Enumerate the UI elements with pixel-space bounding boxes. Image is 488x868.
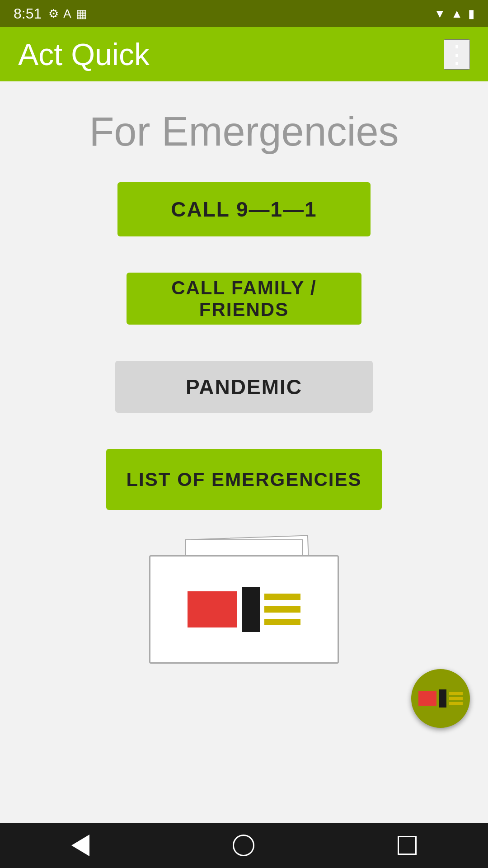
back-icon bbox=[71, 835, 89, 856]
fab-black bbox=[439, 689, 446, 708]
sim-icon: ▦ bbox=[76, 7, 87, 21]
app-bar: Act Quick ⋮ bbox=[0, 27, 488, 81]
nav-home-button[interactable] bbox=[233, 835, 254, 856]
nav-recents-button[interactable] bbox=[398, 836, 417, 855]
fab-button[interactable] bbox=[411, 669, 470, 728]
call-911-button[interactable]: CALL 9—1—1 bbox=[117, 182, 371, 236]
status-left: 8:51 ⚙ A ▦ bbox=[14, 5, 87, 22]
status-time: 8:51 bbox=[14, 5, 42, 22]
font-icon: A bbox=[63, 7, 71, 21]
recents-icon bbox=[398, 836, 417, 855]
fab-red bbox=[418, 691, 436, 706]
home-icon bbox=[233, 835, 254, 856]
fab-lines bbox=[449, 692, 463, 705]
kit-line-1 bbox=[264, 594, 300, 600]
nav-back-button[interactable] bbox=[71, 835, 89, 856]
status-icons: ⚙ A ▦ bbox=[48, 7, 87, 21]
fab-line-3 bbox=[449, 702, 463, 705]
kit-red-part bbox=[188, 591, 237, 627]
first-aid-kit-illustration bbox=[113, 537, 375, 664]
fab-line-1 bbox=[449, 692, 463, 695]
page-heading: For Emergencies bbox=[89, 108, 399, 155]
pandemic-button[interactable]: PANDEMIC bbox=[115, 361, 373, 413]
signal-icon: ▲ bbox=[451, 7, 463, 21]
list-emergencies-button[interactable]: LIST OF EMERGENCIES bbox=[106, 449, 382, 510]
kit-line-3 bbox=[264, 619, 300, 625]
kit-lines bbox=[264, 594, 300, 625]
wifi-icon: ▼ bbox=[434, 7, 446, 21]
kit-black-part bbox=[242, 587, 260, 632]
status-right: ▼ ▲ ▮ bbox=[434, 7, 474, 21]
navigation-bar bbox=[0, 823, 488, 868]
fab-icon bbox=[418, 689, 463, 708]
kit-line-2 bbox=[264, 606, 300, 613]
settings-icon: ⚙ bbox=[48, 7, 59, 21]
more-options-button[interactable]: ⋮ bbox=[444, 39, 470, 70]
call-family-button[interactable]: CALL FAMILY / FRIENDS bbox=[127, 273, 361, 325]
kit-box bbox=[149, 555, 339, 664]
app-title: Act Quick bbox=[18, 37, 150, 72]
status-bar: 8:51 ⚙ A ▦ ▼ ▲ ▮ bbox=[0, 0, 488, 27]
battery-icon: ▮ bbox=[468, 7, 474, 21]
kit-icon bbox=[188, 587, 300, 632]
fab-line-2 bbox=[449, 697, 463, 700]
